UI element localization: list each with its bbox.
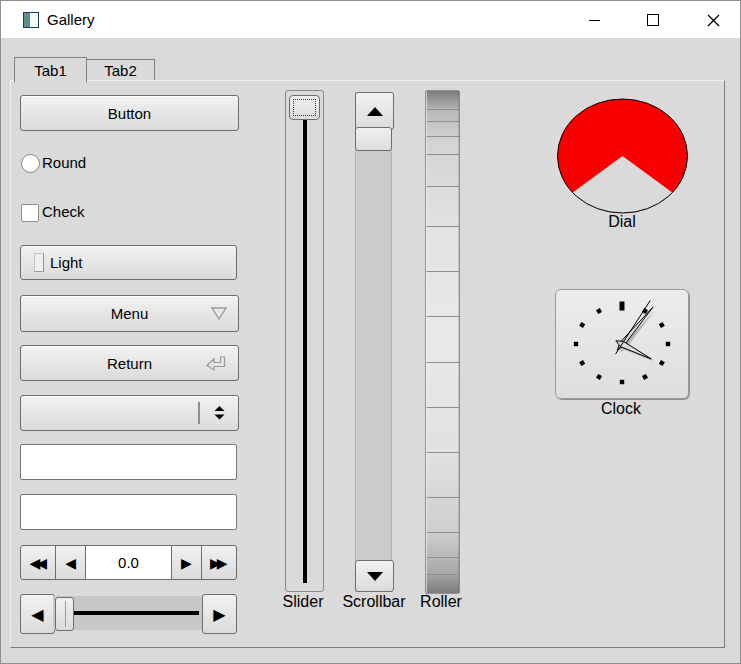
hslider-right-button[interactable]: ▶ — [202, 594, 237, 634]
up-arrow-icon — [367, 107, 383, 116]
counter-fast-increment-button[interactable]: ▶▶ — [201, 545, 237, 580]
round-radio[interactable] — [21, 154, 40, 173]
close-button[interactable] — [693, 5, 733, 35]
vslider-line — [303, 99, 307, 583]
counter-value[interactable]: 0.0 — [85, 545, 172, 580]
menu-button-label: Menu — [111, 305, 149, 322]
hslider-thumb[interactable] — [55, 597, 74, 631]
tab2-label: Tab2 — [104, 62, 137, 79]
titlebar[interactable]: Gallery — [1, 1, 740, 38]
hslider-left-arrow-icon: ◀ — [31, 605, 43, 624]
counter-decrement-button[interactable]: ◀ — [55, 545, 85, 580]
minimize-button[interactable] — [574, 5, 614, 35]
light-indicator-icon — [34, 253, 44, 272]
button-widget-label: Button — [108, 105, 151, 122]
return-button[interactable]: Return — [20, 345, 239, 381]
scrollbar-down-button[interactable] — [355, 560, 394, 592]
maximize-icon — [647, 14, 659, 26]
minimize-icon — [589, 20, 600, 21]
counter-widget: ◀◀ ◀ 0.0 ▶ ▶▶ — [20, 545, 237, 580]
return-arrow-icon — [204, 355, 228, 372]
clock-face — [556, 290, 688, 398]
app-icon — [23, 12, 39, 28]
maximize-button[interactable] — [633, 5, 673, 35]
hslider-right-arrow-icon: ▶ — [213, 605, 225, 624]
light-button[interactable]: Light — [20, 245, 237, 280]
choice-divider — [198, 402, 200, 424]
tab1-label: Tab1 — [34, 62, 67, 79]
roller-widget[interactable] — [425, 90, 460, 594]
text-input-2[interactable] — [20, 494, 237, 530]
dial-widget[interactable] — [554, 96, 691, 218]
counter-increment-button[interactable]: ▶ — [171, 545, 201, 580]
clock-caption: Clock — [581, 400, 661, 418]
vertical-slider[interactable] — [285, 90, 324, 592]
scrollbar-thumb[interactable] — [355, 127, 392, 151]
return-button-label: Return — [107, 355, 152, 372]
scrollbar-caption: Scrollbar — [334, 593, 414, 611]
roller-caption: Roller — [406, 593, 476, 611]
horizontal-slider-widget: ◀ ▶ — [20, 594, 237, 632]
choice-updown-icon — [214, 406, 225, 420]
fast-right-arrows-icon: ▶▶ — [210, 556, 224, 570]
menu-button[interactable]: Menu — [20, 295, 239, 332]
hslider-line — [61, 611, 199, 615]
gallery-window: Gallery Tab1 Tab2 Button Round Check Lig… — [0, 0, 741, 664]
vslider-thumb[interactable] — [289, 95, 320, 120]
scrollbar-widget[interactable] — [355, 92, 392, 592]
button-widget[interactable]: Button — [20, 95, 239, 131]
window-title: Gallery — [47, 11, 95, 29]
clock-widget — [555, 289, 689, 399]
check-checkbox-label: Check — [42, 204, 85, 220]
choice-dropdown[interactable] — [20, 395, 239, 431]
text-input-1[interactable] — [20, 444, 237, 480]
left-arrow-icon: ◀ — [65, 556, 76, 570]
check-checkbox[interactable] — [21, 204, 39, 222]
round-radio-label: Round — [42, 154, 86, 171]
light-button-label: Light — [50, 254, 83, 271]
dial-caption: Dial — [582, 213, 662, 231]
hslider-left-button[interactable]: ◀ — [20, 594, 55, 634]
right-arrow-icon: ▶ — [181, 556, 192, 570]
down-arrow-icon — [367, 572, 383, 581]
scrollbar-up-button[interactable] — [355, 92, 394, 130]
tab-tab1[interactable]: Tab1 — [14, 57, 87, 82]
tab-tab2[interactable]: Tab2 — [86, 59, 155, 81]
fast-left-arrows-icon: ◀◀ — [29, 556, 43, 570]
menu-dropdown-icon — [211, 307, 227, 320]
close-icon — [707, 14, 720, 27]
slider-caption: Slider — [271, 593, 335, 611]
clock-hand-shadows — [618, 310, 655, 362]
hslider-track[interactable] — [53, 596, 204, 630]
counter-fast-decrement-button[interactable]: ◀◀ — [20, 545, 56, 580]
